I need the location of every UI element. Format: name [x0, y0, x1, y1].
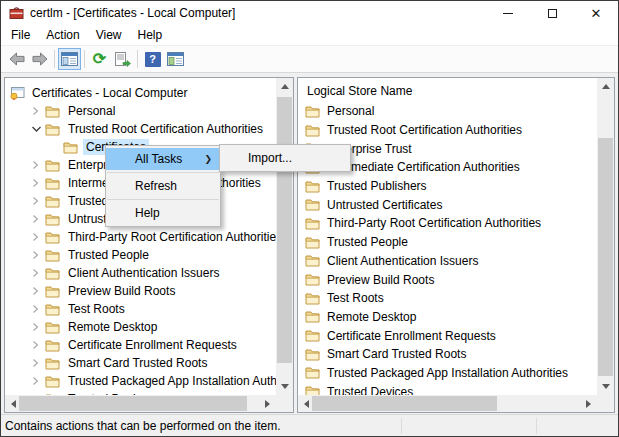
list-item-label: Preview Build Roots [327, 273, 434, 287]
tree-item-label: Client Authentication Issuers [65, 265, 222, 281]
list-item-personal[interactable]: Personal [298, 102, 597, 121]
chevron-collapsed-icon[interactable] [27, 196, 45, 206]
triangle-right-icon [586, 400, 591, 408]
chevron-collapsed-icon[interactable] [27, 232, 45, 242]
chevron-collapsed-icon[interactable] [27, 376, 45, 386]
menu-action[interactable]: Action [38, 26, 87, 44]
tree-item-client-authentication-issuers[interactable]: Client Authentication Issuers [5, 264, 276, 282]
list-item-remote-desktop[interactable]: Remote Desktop [298, 308, 597, 327]
menu-view[interactable]: View [88, 26, 130, 44]
scroll-up-arrow[interactable] [597, 78, 614, 95]
help-button[interactable]: ? [141, 48, 164, 70]
status-separator [536, 418, 537, 434]
maximize-icon [548, 9, 557, 18]
left-vertical-scrollbar[interactable] [276, 78, 293, 395]
forward-button[interactable] [28, 48, 51, 70]
window-title: certlm - [Certificates - Local Computer] [30, 6, 235, 20]
left-hscroll-thumb[interactable] [19, 396, 247, 411]
menu-bar: File Action View Help [1, 25, 618, 46]
submenu-item-import[interactable]: Import... [220, 147, 350, 169]
menu-separator [107, 199, 219, 200]
right-vertical-scrollbar[interactable] [597, 78, 614, 395]
right-hscroll-thumb[interactable] [312, 396, 497, 411]
folder-icon [305, 385, 321, 395]
left-horizontal-scrollbar[interactable] [5, 395, 276, 412]
export-list-button[interactable] [111, 48, 134, 70]
tree-item-certificate-enrollment-requests[interactable]: Certificate Enrollment Requests [5, 336, 276, 354]
list-item-label: Trusted People [327, 235, 408, 249]
chevron-collapsed-icon[interactable] [27, 304, 45, 314]
chevron-collapsed-icon[interactable] [27, 340, 45, 350]
list-item-third-party-root-certification-authorities[interactable]: Third-Party Root Certification Authoriti… [298, 214, 597, 233]
chevron-collapsed-icon[interactable] [27, 286, 45, 296]
tree-item-test-roots[interactable]: Test Roots [5, 300, 276, 318]
chevron-collapsed-icon[interactable] [27, 322, 45, 332]
chevron-collapsed-icon[interactable] [27, 250, 45, 260]
folder-icon [45, 339, 61, 352]
left-vscroll-thumb[interactable] [277, 97, 292, 363]
scroll-right-arrow[interactable] [580, 395, 597, 412]
scroll-down-arrow[interactable] [276, 378, 293, 395]
triangle-up-icon [281, 84, 289, 89]
chevron-collapsed-icon[interactable] [27, 106, 45, 116]
folder-icon [45, 321, 61, 334]
list-item-untrusted-certificates[interactable]: Untrusted Certificates [298, 195, 597, 214]
folder-icon [305, 198, 321, 211]
menu-separator [107, 172, 219, 173]
list-item-label: Smart Card Trusted Roots [327, 347, 466, 361]
context-menu-item-all-tasks[interactable]: All Tasks❯ [106, 148, 220, 170]
show-hide-action-pane-button[interactable] [164, 48, 187, 70]
tree-item-trusted-root-certification-authorities[interactable]: Trusted Root Certification Authorities [5, 120, 276, 138]
list-item-label: Third-Party Root Certification Authoriti… [327, 216, 541, 230]
scroll-down-arrow[interactable] [597, 378, 614, 395]
chevron-collapsed-icon[interactable] [27, 214, 45, 224]
context-menu-item-refresh[interactable]: Refresh [106, 175, 220, 197]
scroll-up-arrow[interactable] [276, 78, 293, 95]
list-item-label: Client Authentication Issuers [327, 254, 478, 268]
tree-item-preview-build-roots[interactable]: Preview Build Roots [5, 282, 276, 300]
tree-item-trusted-packaged-app-installation-authorities[interactable]: Trusted Packaged App Installation Author… [5, 372, 276, 390]
list-item-trusted-devices[interactable]: Trusted Devices [298, 382, 597, 395]
list-item-certificate-enrollment-requests[interactable]: Certificate Enrollment Requests [298, 326, 597, 345]
refresh-button[interactable]: ⟳ [88, 48, 111, 70]
column-header-logical-store-name[interactable]: Logical Store Name [298, 78, 597, 98]
list-item-preview-build-roots[interactable]: Preview Build Roots [298, 270, 597, 289]
scroll-right-arrow[interactable] [259, 395, 276, 412]
list-item-trusted-people[interactable]: Trusted People [298, 233, 597, 252]
chevron-expanded-icon[interactable] [27, 124, 45, 134]
tree-item-remote-desktop[interactable]: Remote Desktop [5, 318, 276, 336]
chevron-collapsed-icon[interactable] [27, 178, 45, 188]
menu-help[interactable]: Help [130, 26, 171, 44]
triangle-down-icon [602, 384, 610, 389]
back-button[interactable] [5, 48, 28, 70]
tree-item-third-party-root-certification-authorities[interactable]: Third-Party Root Certification Authoriti… [5, 228, 276, 246]
tree-item-label: Smart Card Trusted Roots [65, 355, 210, 371]
chevron-collapsed-icon[interactable] [27, 358, 45, 368]
tree-item-personal[interactable]: Personal [5, 102, 276, 120]
close-button[interactable]: ✕ [574, 1, 618, 25]
folder-icon [45, 285, 61, 298]
forward-arrow-icon [31, 52, 49, 66]
chevron-collapsed-icon[interactable] [27, 160, 45, 170]
folder-icon [45, 231, 61, 244]
folder-icon [305, 329, 321, 342]
maximize-button[interactable] [530, 1, 574, 25]
chevron-collapsed-icon[interactable] [27, 268, 45, 278]
list-item-trusted-root-certification-authorities[interactable]: Trusted Root Certification Authorities [298, 121, 597, 140]
list-item-test-roots[interactable]: Test Roots [298, 289, 597, 308]
context-menu-item-help[interactable]: Help [106, 202, 220, 224]
right-horizontal-scrollbar[interactable] [298, 395, 597, 412]
minimize-button[interactable] [486, 1, 530, 25]
list-item-client-authentication-issuers[interactable]: Client Authentication Issuers [298, 252, 597, 271]
list-item-trusted-publishers[interactable]: Trusted Publishers [298, 177, 597, 196]
show-hide-console-tree-button[interactable] [58, 48, 81, 70]
list-item-trusted-packaged-app-installation-authorities[interactable]: Trusted Packaged App Installation Author… [298, 364, 597, 383]
menu-file[interactable]: File [3, 26, 38, 44]
list-item-smart-card-trusted-roots[interactable]: Smart Card Trusted Roots [298, 345, 597, 364]
tree-item-label: Third-Party Root Certification Authoriti… [65, 229, 276, 245]
toolbar-separator [84, 50, 85, 68]
tree-item-certificates-local-computer[interactable]: Certificates - Local Computer [5, 84, 276, 102]
tree-item-smart-card-trusted-roots[interactable]: Smart Card Trusted Roots [5, 354, 276, 372]
tree-item-trusted-people[interactable]: Trusted People [5, 246, 276, 264]
right-vscroll-thumb[interactable] [598, 138, 613, 376]
